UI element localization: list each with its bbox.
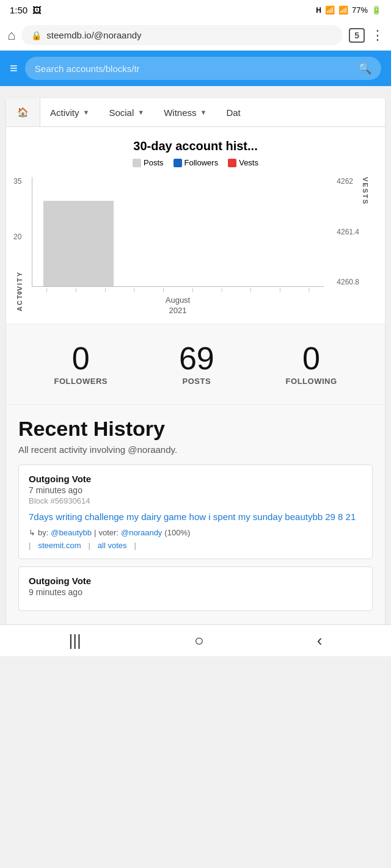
x-ticks: | | | | | | | | | | (32, 287, 324, 292)
y-right-42614: 4261.4 (337, 228, 359, 236)
main-card: 🏠 Activity ▼ Social ▼ Witness ▼ Dat 30-d… (6, 98, 385, 624)
tick: | (192, 287, 193, 292)
y-label-20: 20 (13, 233, 21, 241)
separator-mid: | (88, 541, 90, 550)
search-bar[interactable]: Search accounts/blocks/tr 🔍 (25, 57, 381, 80)
tick: | (46, 287, 48, 292)
card-1-voter-pct: (100%) (164, 528, 190, 537)
status-time: 1:50 (10, 5, 27, 15)
reply-arrow-icon: ↳ (29, 528, 35, 537)
tick: | (221, 287, 222, 292)
status-left: 1:50 🖼 (10, 5, 42, 15)
legend-posts-label: Posts (144, 158, 164, 167)
y-right-4262: 4262 (337, 177, 359, 186)
battery-text: 77% (352, 5, 368, 15)
battery-icon: 🔋 (371, 5, 381, 15)
card-1-block: Block #56930614 (29, 496, 362, 505)
legend-vests: Vests (228, 158, 258, 167)
stat-posts-number: 69 (179, 342, 214, 374)
card-1-link[interactable]: 7days writing challenge my dairy game ho… (29, 510, 362, 523)
tick: | (309, 287, 310, 292)
history-title: Recent History (18, 417, 373, 441)
address-bar[interactable]: 🔒 steemdb.io/@noraandy (21, 25, 343, 45)
y-labels-left: 35 20 5 (13, 177, 21, 297)
stat-followers-number: 0 (54, 342, 108, 374)
chart-plot-area: | | | | | | | | | | 4262 4261.4 (32, 177, 324, 287)
nav-home-button[interactable]: ○ (194, 631, 204, 650)
legend-posts-dot (133, 159, 141, 167)
separator-1: | (94, 528, 96, 537)
chevron-down-icon-2: ▼ (137, 109, 144, 116)
tab-witness[interactable]: Witness ▼ (154, 99, 216, 126)
card-1-voter-link[interactable]: @noraandy (121, 528, 162, 537)
card-1-steemit-link[interactable]: steemit.com (38, 541, 81, 550)
y-right-42608: 4260.8 (337, 278, 359, 286)
stat-posts-label: POSTS (179, 377, 214, 386)
spacer-top (0, 86, 391, 98)
chevron-down-icon: ▼ (83, 109, 90, 116)
card-2-time: 9 minutes ago (29, 587, 362, 597)
history-card-2: Outgoing Vote 9 minutes ago (18, 566, 373, 611)
more-options-icon[interactable]: ⋮ (371, 27, 384, 43)
card-1-links: | steemit.com | all votes | (29, 541, 362, 550)
history-subtitle: All recent activity involving @noraandy. (18, 444, 373, 455)
legend-vests-dot (228, 159, 236, 167)
y-labels-right: 4262 4261.4 4260.8 (337, 177, 359, 286)
h-icon: H (316, 6, 321, 15)
bottom-nav: ||| ○ ‹ (0, 624, 391, 656)
browser-home-icon[interactable]: ⌂ (7, 27, 15, 43)
chart-section: 30-day account hist... Posts Followers V… (6, 127, 385, 324)
nav-menu-button[interactable]: ||| (69, 631, 81, 650)
x-axis-month: August (32, 295, 324, 305)
card-1-meta: ↳ by: @beautybb | voter: @noraandy (100%… (29, 528, 362, 537)
chart-title: 30-day account hist... (16, 139, 375, 153)
stat-followers: 0 FOLLOWERS (54, 342, 108, 386)
chevron-down-icon-3: ▼ (200, 109, 207, 116)
card-1-by-label: by: (38, 528, 48, 537)
tab-dat[interactable]: Dat (216, 99, 250, 126)
tab-social[interactable]: Social ▼ (99, 99, 154, 126)
card-1-type: Outgoing Vote (29, 474, 362, 484)
x-axis-year: 2021 (32, 306, 324, 315)
separator-right: | (134, 541, 136, 550)
stats-section: 0 FOLLOWERS 69 POSTS 0 FOLLOWING (6, 324, 385, 405)
tick: | (75, 287, 76, 292)
tick: | (104, 287, 106, 292)
tab-bar: 🏠 Activity ▼ Social ▼ Witness ▼ Dat (6, 98, 385, 127)
tab-activity[interactable]: Activity ▼ (40, 99, 99, 126)
legend-followers-dot (174, 159, 182, 167)
stat-posts: 69 POSTS (179, 342, 214, 386)
chart-bar-posts (43, 201, 114, 286)
hamburger-icon[interactable]: ≡ (10, 60, 18, 76)
image-icon: 🖼 (32, 5, 42, 15)
search-placeholder: Search accounts/blocks/tr (35, 63, 140, 74)
stat-following-label: FOLLOWING (286, 377, 337, 386)
tab-count[interactable]: 5 (349, 28, 365, 43)
card-1-votes-link[interactable]: all votes (98, 541, 127, 550)
stat-followers-label: FOLLOWERS (54, 377, 108, 386)
tick: | (134, 287, 135, 292)
nav-back-button[interactable]: ‹ (317, 631, 323, 650)
card-2-type: Outgoing Vote (29, 576, 362, 586)
tick: | (279, 287, 280, 292)
card-1-by-link[interactable]: @beautybb (51, 528, 92, 537)
top-nav: ≡ Search accounts/blocks/tr 🔍 (0, 51, 391, 86)
history-card-1: Outgoing Vote 7 minutes ago Block #56930… (18, 465, 373, 559)
lock-icon: 🔒 (31, 31, 42, 40)
tab-social-label: Social (109, 107, 134, 118)
history-section: Recent History All recent activity invol… (6, 405, 385, 624)
tick: | (163, 287, 164, 292)
card-1-time: 7 minutes ago (29, 485, 362, 495)
y-axis-right-label: VESTS (362, 177, 369, 311)
browser-chrome: ⌂ 🔒 steemdb.io/@noraandy 5 ⋮ (0, 20, 391, 51)
tab-activity-label: Activity (50, 107, 79, 118)
search-icon: 🔍 (358, 62, 371, 75)
tab-witness-label: Witness (164, 107, 196, 118)
tab-home[interactable]: 🏠 (6, 98, 40, 126)
tick: | (250, 287, 252, 292)
stat-following: 0 FOLLOWING (286, 342, 337, 386)
card-1-voter-label: voter: (98, 528, 119, 537)
signal-icon-1: 📶 (325, 5, 335, 15)
legend-posts: Posts (133, 158, 164, 167)
status-right: H 📶 📶 77% 🔋 (316, 5, 381, 15)
